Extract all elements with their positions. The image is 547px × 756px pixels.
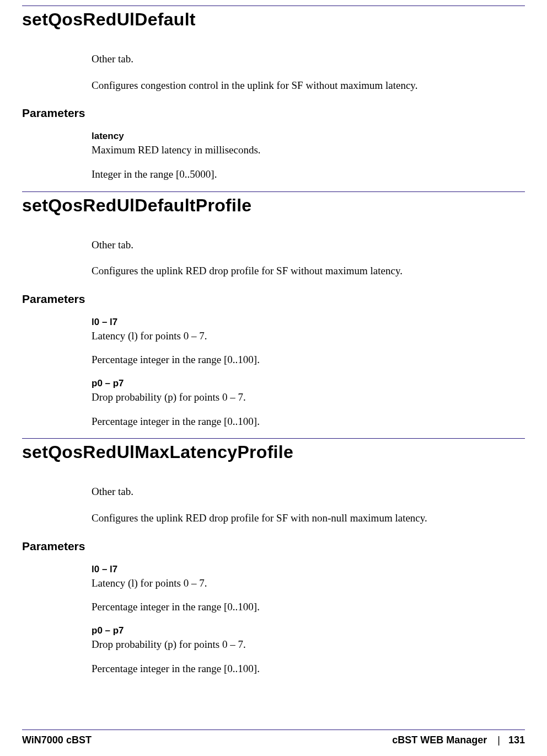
- param-name: l0 – l7: [92, 317, 525, 328]
- section-desc: Configures the uplink RED drop profile f…: [92, 264, 525, 278]
- param-range: Percentage integer in the range [0..100]…: [92, 414, 525, 429]
- parameters-heading: Parameters: [22, 292, 525, 306]
- param-name: l0 – l7: [92, 564, 525, 575]
- section-title: setQosRedUlDefault: [22, 9, 525, 30]
- param-desc: Latency (l) for points 0 – 7.: [92, 576, 525, 590]
- param-range: Integer in the range [0..5000].: [92, 167, 525, 182]
- page: setQosRedUlDefault Other tab. Configures…: [0, 0, 547, 756]
- section-title: setQosRedUlDefaultProfile: [22, 195, 525, 216]
- section-title: setQosRedUlMaxLatencyProfile: [22, 442, 525, 462]
- footer-rule: [22, 730, 525, 730]
- param-range: Percentage integer in the range [0..100]…: [92, 662, 525, 676]
- top-rule: [22, 6, 525, 6]
- section-rule: [22, 438, 525, 439]
- tab-line: Other tab.: [92, 485, 525, 499]
- tab-line: Other tab.: [92, 52, 525, 66]
- param-range: Percentage integer in the range [0..100]…: [92, 600, 525, 614]
- param-name: latency: [92, 131, 525, 142]
- footer-right: cBST WEB Manager | 131: [392, 734, 525, 746]
- param-name: p0 – p7: [92, 625, 525, 636]
- footer-doc-title: cBST WEB Manager: [392, 734, 487, 746]
- param-name: p0 – p7: [92, 378, 525, 389]
- footer-sep: |: [497, 734, 500, 746]
- param-desc: Latency (l) for points 0 – 7.: [92, 329, 525, 343]
- section-rule: [22, 191, 525, 192]
- section-desc: Configures the uplink RED drop profile f…: [92, 511, 525, 525]
- parameters-heading: Parameters: [22, 107, 525, 120]
- param-desc: Drop probability (p) for points 0 – 7.: [92, 637, 525, 652]
- param-range: Percentage integer in the range [0..100]…: [92, 353, 525, 367]
- page-footer: WiN7000 cBST cBST WEB Manager | 131: [22, 730, 525, 746]
- parameters-heading: Parameters: [22, 540, 525, 553]
- param-desc: Drop probability (p) for points 0 – 7.: [92, 390, 525, 404]
- param-desc: Maximum RED latency in milliseconds.: [92, 143, 525, 157]
- footer-page-number: 131: [508, 734, 525, 746]
- footer-product: WiN7000 cBST: [22, 734, 92, 746]
- tab-line: Other tab.: [92, 238, 525, 252]
- section-desc: Configures congestion control in the upl…: [92, 78, 525, 93]
